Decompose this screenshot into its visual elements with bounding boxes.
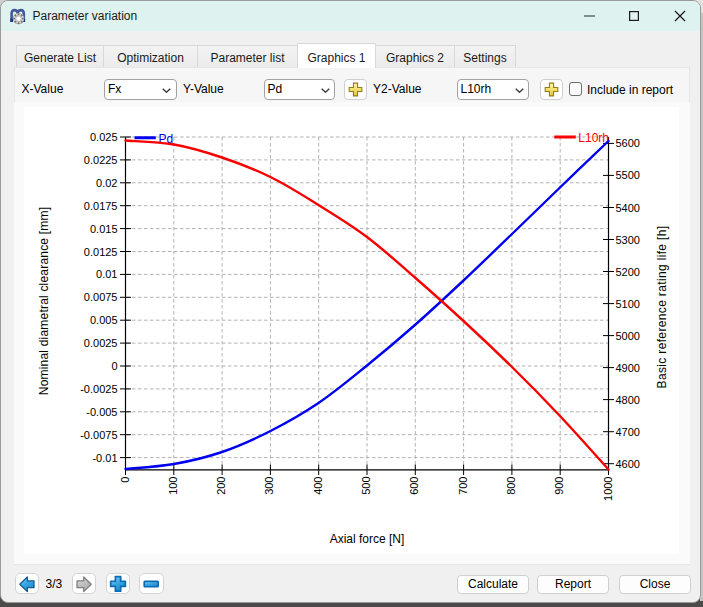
svg-text:0.02: 0.02 [96,177,117,189]
svg-text:5400: 5400 [616,202,640,214]
svg-text:0.0225: 0.0225 [84,154,118,166]
svg-text:-0.005: -0.005 [86,406,117,418]
svg-text:100: 100 [167,477,179,495]
svg-text:700: 700 [457,477,469,495]
svg-text:0.01: 0.01 [96,268,117,280]
svg-text:0.0125: 0.0125 [84,246,118,258]
svg-text:400: 400 [312,477,324,495]
svg-text:L10rh: L10rh [578,131,609,145]
svg-text:Axial force [N]: Axial force [N] [330,532,405,546]
svg-text:5300: 5300 [616,234,640,246]
svg-text:300: 300 [263,477,275,495]
svg-text:5000: 5000 [616,330,640,342]
svg-text:1000: 1000 [602,477,614,501]
svg-text:900: 900 [553,477,565,495]
svg-text:5600: 5600 [616,137,640,149]
svg-text:0.015: 0.015 [90,223,118,235]
svg-text:Nominal diametral clearance [m: Nominal diametral clearance [mm] [37,207,51,395]
svg-text:4700: 4700 [616,426,640,438]
svg-text:0.0075: 0.0075 [84,291,118,303]
svg-text:0.0025: 0.0025 [84,337,118,349]
svg-text:-0.0075: -0.0075 [80,429,117,441]
svg-text:200: 200 [215,477,227,495]
svg-text:600: 600 [408,477,420,495]
svg-text:500: 500 [360,477,372,495]
svg-text:0.005: 0.005 [90,314,118,326]
svg-text:0.025: 0.025 [90,131,118,143]
svg-text:5100: 5100 [616,298,640,310]
svg-text:4800: 4800 [616,394,640,406]
svg-text:4600: 4600 [616,458,640,470]
svg-text:5500: 5500 [616,169,640,181]
svg-text:0.0175: 0.0175 [84,200,118,212]
svg-text:800: 800 [505,477,517,495]
svg-text:5200: 5200 [616,266,640,278]
svg-text:Basic reference rating life [h: Basic reference rating life [h] [655,226,669,389]
svg-text:-0.01: -0.01 [92,452,117,464]
svg-text:0: 0 [111,360,117,372]
svg-text:0: 0 [119,477,131,483]
svg-text:4900: 4900 [616,362,640,374]
svg-text:-0.0025: -0.0025 [80,383,117,395]
